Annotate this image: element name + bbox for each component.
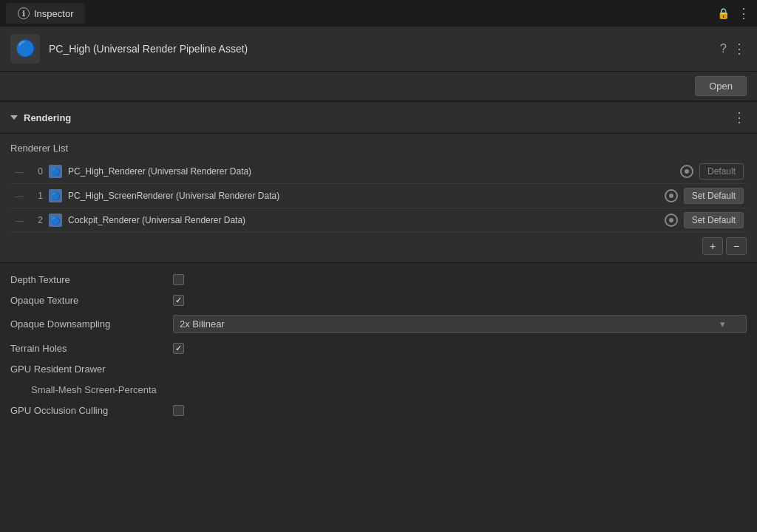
- drag-handle-1[interactable]: —: [13, 191, 25, 200]
- tab-label: Inspector: [34, 8, 73, 19]
- dropdown-selected-label: 2x Bilinear: [180, 318, 225, 330]
- opaque-texture-row: Opaque Texture: [0, 290, 757, 310]
- asset-icon: 🔵: [10, 34, 40, 64]
- gpu-resident-drawer-label: GPU Resident Drawer: [10, 364, 173, 375]
- renderer-list-actions: + −: [10, 233, 747, 256]
- target-dot-0: [685, 169, 689, 174]
- asset-help-icon[interactable]: ?: [720, 42, 727, 55]
- renderer-index-0: 0: [31, 166, 43, 177]
- drag-handle-0[interactable]: —: [13, 167, 25, 176]
- target-icon-1[interactable]: [665, 189, 678, 202]
- terrain-holes-checkbox[interactable]: [173, 343, 184, 354]
- renderer-index-1: 1: [31, 191, 43, 201]
- renderer-name-2: Cockpit_Renderer (Universal Renderer Dat…: [68, 215, 659, 225]
- small-mesh-label: Small-Mesh Screen-Percenta: [10, 384, 173, 395]
- depth-texture-checkbox[interactable]: [173, 274, 184, 285]
- renderer-row-2: — 2 🔵 Cockpit_Renderer (Universal Render…: [10, 208, 747, 233]
- asset-menu-icon[interactable]: ⋮: [733, 41, 747, 57]
- set-default-btn-1[interactable]: Set Default: [684, 188, 744, 204]
- rendering-section-header: Rendering ⋮: [0, 101, 757, 134]
- asset-header: 🔵 PC_High (Universal Render Pipeline Ass…: [0, 27, 757, 72]
- target-icon-0[interactable]: [680, 165, 693, 178]
- opaque-texture-label: Opaque Texture: [10, 295, 173, 306]
- inspector-tab[interactable]: ℹ Inspector: [6, 3, 85, 24]
- renderer-list-label: Renderer List: [10, 140, 747, 160]
- drag-handle-2[interactable]: —: [13, 216, 25, 225]
- renderer-icon-0: 🔵: [49, 165, 62, 178]
- opaque-texture-checkbox[interactable]: [173, 295, 184, 306]
- add-renderer-button[interactable]: +: [702, 237, 723, 255]
- terrain-holes-row: Terrain Holes: [0, 338, 757, 358]
- set-default-btn-2[interactable]: Set Default: [684, 212, 744, 228]
- target-dot-2: [669, 218, 673, 222]
- renderer-list-container: Renderer List — 0 🔵 PC_High_Renderer (Un…: [0, 134, 757, 263]
- dropdown-arrow-icon: ▾: [720, 318, 725, 330]
- lock-icon[interactable]: 🔒: [717, 7, 730, 19]
- default-badge-0: Default: [699, 163, 744, 180]
- tab-bar: ℹ Inspector 🔒 ⋮: [0, 0, 757, 27]
- opaque-texture-value: [173, 295, 747, 306]
- asset-title: PC_High (Universal Render Pipeline Asset…: [49, 43, 711, 55]
- depth-texture-label: Depth Texture: [10, 274, 173, 285]
- target-icon-2[interactable]: [665, 214, 678, 227]
- gpu-occlusion-row: GPU Occlusion Culling: [0, 400, 757, 420]
- terrain-holes-value: [173, 343, 747, 354]
- terrain-holes-label: Terrain Holes: [10, 343, 173, 354]
- collapse-icon[interactable]: [10, 115, 18, 120]
- renderer-index-2: 2: [31, 215, 43, 225]
- gpu-resident-drawer-row: GPU Resident Drawer: [0, 358, 757, 379]
- depth-texture-row: Depth Texture: [0, 269, 757, 290]
- renderer-row-1: — 1 🔵 PC_High_ScreenRenderer (Universal …: [10, 184, 747, 208]
- tab-menu-icon[interactable]: ⋮: [737, 5, 751, 21]
- gpu-occlusion-label: GPU Occlusion Culling: [10, 405, 173, 416]
- info-icon: ℹ: [18, 7, 30, 19]
- gpu-occlusion-value: [173, 405, 747, 416]
- renderer-name-1: PC_High_ScreenRenderer (Universal Render…: [68, 191, 659, 201]
- opaque-downsampling-dropdown[interactable]: 2x Bilinear ▾: [173, 315, 747, 333]
- properties-section: Depth Texture Opaque Texture Opaque Down…: [0, 263, 757, 532]
- renderer-name-0: PC_High_Renderer (Universal Renderer Dat…: [68, 166, 674, 177]
- tab-bar-actions: 🔒 ⋮: [717, 5, 751, 21]
- open-button[interactable]: Open: [695, 76, 747, 96]
- inspector-panel: ℹ Inspector 🔒 ⋮ 🔵 PC_High (Universal Ren…: [0, 0, 757, 532]
- opaque-downsampling-value: 2x Bilinear ▾: [173, 315, 747, 333]
- opaque-downsampling-label: Opaque Downsampling: [10, 318, 173, 330]
- gpu-occlusion-checkbox[interactable]: [173, 405, 184, 416]
- rendering-title: Rendering: [24, 112, 727, 123]
- rendering-menu-icon[interactable]: ⋮: [733, 109, 747, 126]
- renderer-row: — 0 🔵 PC_High_Renderer (Universal Render…: [10, 160, 747, 184]
- small-mesh-row: Small-Mesh Screen-Percenta: [0, 379, 757, 400]
- asset-header-actions: ? ⋮: [720, 41, 747, 57]
- target-dot-1: [669, 194, 673, 198]
- renderer-icon-2: 🔵: [49, 214, 62, 227]
- opaque-downsampling-row: Opaque Downsampling 2x Bilinear ▾: [0, 310, 757, 338]
- remove-renderer-button[interactable]: −: [726, 237, 747, 255]
- renderer-icon-1: 🔵: [49, 189, 62, 202]
- depth-texture-value: [173, 274, 747, 285]
